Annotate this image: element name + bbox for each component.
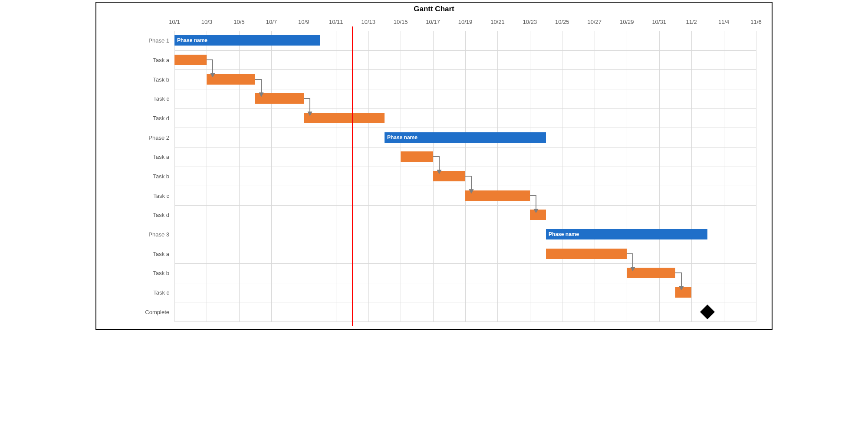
row-label: Task b (153, 173, 169, 180)
hgrid-line (174, 128, 756, 128)
vgrid-line (401, 31, 401, 321)
hgrid-line (174, 89, 756, 89)
x-tick-label: 10/11 (329, 19, 343, 25)
x-tick-label: 11/4 (718, 19, 729, 25)
x-tick-label: 10/9 (298, 19, 309, 25)
x-tick-label: 10/7 (266, 19, 277, 25)
vgrid-line (336, 31, 336, 321)
row-label: Complete (145, 308, 169, 315)
phase-bar[interactable]: Phase name (385, 132, 546, 143)
phase-bar[interactable]: Phase name (546, 229, 707, 239)
vgrid-line (562, 31, 562, 321)
hgrid-line (174, 186, 756, 186)
task-bar[interactable] (530, 210, 546, 220)
task-bar[interactable] (255, 93, 304, 104)
hgrid-line (174, 147, 756, 148)
hgrid-line (174, 283, 756, 283)
row-label: Phase 2 (148, 134, 169, 141)
task-bar[interactable] (675, 287, 691, 298)
hgrid-line (174, 263, 756, 264)
hgrid-line (174, 244, 756, 244)
x-tick-label: 10/13 (361, 19, 375, 25)
gantt-chart-frame: Gantt Chart 10/110/310/510/710/910/1110/… (95, 2, 773, 330)
hgrid-line (174, 225, 756, 225)
today-line (352, 26, 353, 326)
x-tick-label: 10/5 (233, 19, 244, 25)
phase-bar[interactable]: Phase name (174, 35, 320, 46)
task-bar[interactable] (207, 74, 255, 85)
x-tick-label: 10/23 (523, 19, 537, 25)
row-label: Task a (153, 154, 169, 160)
vgrid-line (271, 31, 272, 321)
x-tick-label: 10/29 (620, 19, 634, 25)
row-label: Task c (153, 95, 169, 102)
task-bar[interactable] (174, 55, 207, 65)
x-tick-label: 10/27 (587, 19, 602, 25)
task-bar[interactable] (304, 113, 385, 123)
row-label: Task c (153, 192, 169, 199)
hgrid-line (174, 31, 756, 31)
vgrid-line (368, 31, 369, 321)
row-label: Task c (153, 289, 169, 296)
row-label: Task b (153, 76, 169, 82)
row-label: Task d (153, 212, 169, 218)
x-tick-label: 10/31 (652, 19, 666, 25)
row-label: Task b (153, 270, 169, 276)
x-tick-label: 10/15 (394, 19, 408, 25)
hgrid-line (174, 50, 756, 51)
x-tick-label: 10/21 (490, 19, 505, 25)
hgrid-line (174, 69, 756, 70)
vgrid-line (304, 31, 304, 321)
bar-label: Phase name (177, 37, 207, 43)
hgrid-line (174, 167, 756, 167)
x-tick-label: 10/1 (169, 19, 180, 25)
vgrid-line (465, 31, 466, 321)
hgrid-line (174, 302, 756, 302)
hgrid-line (174, 205, 756, 206)
chart-title: Gantt Chart (96, 5, 772, 13)
row-label: Task a (153, 250, 169, 257)
x-tick-label: 11/2 (686, 19, 697, 25)
vgrid-line (724, 31, 724, 321)
x-tick-label: 10/3 (201, 19, 212, 25)
vgrid-line (530, 31, 530, 321)
vgrid-line (691, 31, 692, 321)
task-bar[interactable] (401, 151, 433, 162)
x-tick-label: 10/25 (555, 19, 569, 25)
x-tick-label: 11/6 (750, 19, 761, 25)
bar-label: Phase name (549, 231, 579, 237)
row-label: Task a (153, 57, 169, 63)
row-label: Phase 1 (148, 37, 169, 44)
vgrid-line (174, 31, 175, 321)
task-bar[interactable] (546, 249, 627, 259)
vgrid-line (756, 31, 756, 321)
x-tick-label: 10/17 (426, 19, 440, 25)
hgrid-line (174, 108, 756, 109)
hgrid-line (174, 321, 756, 322)
milestone-diamond-icon[interactable] (700, 305, 715, 319)
task-bar[interactable] (627, 268, 675, 278)
task-bar[interactable] (465, 190, 530, 201)
row-label: Task d (153, 115, 169, 121)
vgrid-line (497, 31, 498, 321)
x-tick-label: 10/19 (458, 19, 473, 25)
bar-label: Phase name (387, 134, 418, 141)
row-label: Phase 3 (148, 231, 169, 238)
gantt-plot-area: 10/110/310/510/710/910/1110/1310/1510/17… (174, 31, 756, 321)
task-bar[interactable] (433, 171, 465, 181)
vgrid-line (595, 31, 595, 321)
